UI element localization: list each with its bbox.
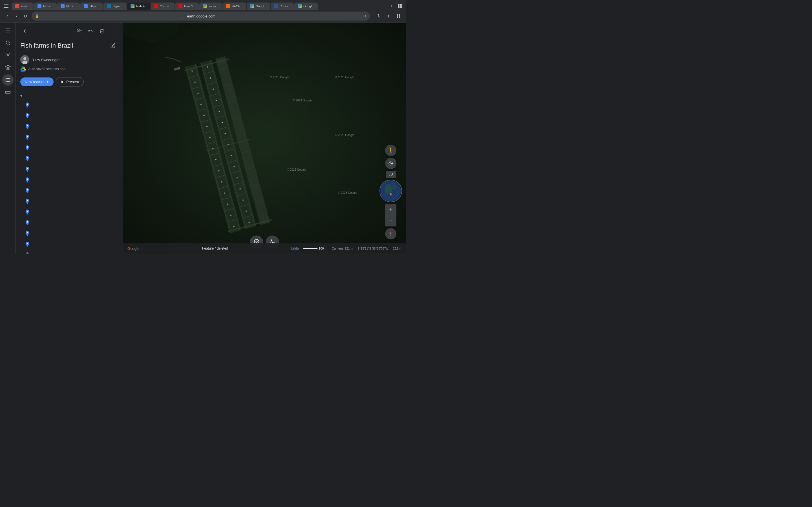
tab-favicon-hace	[226, 4, 230, 8]
collapse-arrow-icon: ▾	[20, 94, 22, 98]
tab-grid-button[interactable]	[396, 2, 404, 10]
layers-sidebar-button[interactable]	[2, 62, 13, 73]
browser-tab-super[interactable]: super...	[199, 3, 222, 10]
browser-tab-https3[interactable]: https:...	[80, 3, 103, 10]
placemark-icon	[25, 123, 30, 131]
pegman-button[interactable]: 🚶	[385, 145, 396, 156]
present-button[interactable]: Present	[56, 77, 84, 87]
svg-point-128	[390, 194, 391, 195]
feature-list-item[interactable]	[16, 229, 123, 239]
altitude-info: 252 m	[393, 247, 402, 250]
extensions-button[interactable]	[395, 12, 403, 20]
feature-list-item[interactable]	[16, 100, 123, 111]
placemark-icon	[25, 134, 30, 142]
feature-list-item[interactable]	[16, 175, 123, 186]
svg-point-120	[256, 241, 257, 242]
undo-status-button[interactable]: Undo	[291, 246, 299, 250]
tab-label-https3: https:...	[89, 4, 100, 8]
security-icon: 🔒	[35, 14, 39, 18]
browser-tab-youtube1[interactable]: YouTu...	[151, 3, 174, 10]
new-tab-button[interactable]: +	[388, 2, 395, 10]
placemark-icon	[25, 198, 30, 206]
settings-sidebar-button[interactable]	[2, 50, 13, 61]
camera-info: Camera: 921 m	[332, 247, 353, 250]
placemark-icon	[25, 252, 30, 253]
my-location-button[interactable]	[385, 158, 396, 169]
browser-chrome: ‹ › ↺ 🔒 earth.google.com ↺ +	[0, 10, 406, 22]
svg-point-122	[389, 162, 393, 165]
sidebar-toggle[interactable]	[2, 2, 10, 10]
browser-tab-cours[interactable]: Cours...	[271, 3, 294, 10]
reload-icon[interactable]: ↺	[363, 14, 366, 18]
dropdown-arrow-icon: ▼	[46, 80, 49, 83]
svg-rect-6	[400, 6, 402, 8]
share-button[interactable]	[374, 12, 382, 20]
edit-title-button[interactable]	[108, 41, 118, 51]
zoom-in-button[interactable]: +	[385, 204, 396, 215]
tab-favicon-google2	[298, 4, 302, 8]
projects-sidebar-button[interactable]	[2, 74, 13, 86]
browser-tab-newy[interactable]: New Y...	[175, 3, 199, 10]
feature-list-item[interactable]	[16, 239, 123, 250]
feature-list-item[interactable]	[16, 122, 123, 132]
placemark-icon	[25, 187, 30, 195]
browser-tab-signa[interactable]: Signa...	[103, 3, 126, 10]
browser-tab-error[interactable]: Error...	[12, 3, 34, 10]
measurements-sidebar-button[interactable]	[2, 87, 13, 98]
svg-rect-10	[399, 16, 400, 18]
more-options-button[interactable]	[108, 26, 118, 36]
feature-list-item[interactable]	[16, 218, 123, 229]
tab-favicon-youtube1	[154, 4, 158, 8]
browser-tab-google2[interactable]: Googl...	[294, 3, 318, 10]
add-collaborator-button[interactable]	[74, 26, 84, 36]
feature-list-item[interactable]	[16, 132, 123, 143]
svg-rect-14	[5, 92, 10, 94]
svg-point-31	[27, 189, 28, 191]
scale-text: 100 m	[319, 247, 327, 250]
back-panel-button[interactable]	[20, 26, 31, 36]
forward-browser-button[interactable]: ›	[12, 12, 20, 20]
address-bar[interactable]: 🔒 earth.google.com ↺	[32, 11, 370, 20]
svg-rect-9	[397, 16, 398, 18]
search-sidebar-button[interactable]	[2, 37, 13, 48]
tab-favicon-cours	[274, 4, 278, 8]
feature-list-item[interactable]	[16, 207, 123, 218]
delete-panel-button[interactable]	[97, 26, 107, 36]
feature-list-item[interactable]	[16, 143, 123, 154]
threed-button[interactable]: 3D	[386, 171, 396, 178]
back-browser-button[interactable]: ‹	[3, 12, 11, 20]
feature-list-item[interactable]	[16, 250, 123, 253]
feature-list-item[interactable]	[16, 154, 123, 165]
status-bar: Google Feature " deleted Undo 100 m Came…	[123, 243, 406, 253]
compass-button[interactable]	[385, 228, 396, 239]
undo-panel-button[interactable]	[86, 26, 96, 36]
tab-favicon-error	[15, 4, 19, 8]
map-area[interactable]: © 2023 Google © 2023 Google © 2023 Googl…	[123, 22, 406, 253]
browser-tab-https2[interactable]: https:...	[57, 3, 80, 10]
placemark-icon	[25, 241, 30, 248]
feature-list-item[interactable]	[16, 186, 123, 196]
feature-list-item[interactable]	[16, 111, 123, 122]
globe-minimap[interactable]	[379, 180, 402, 202]
svg-point-20	[23, 57, 26, 60]
coords-info: 9°13'21"S 38°17'35"W	[358, 247, 389, 250]
reload-browser-button[interactable]: ↺	[21, 12, 29, 20]
svg-point-29	[27, 168, 28, 169]
feature-list-item[interactable]	[16, 165, 123, 175]
feature-list-item[interactable]	[16, 196, 123, 207]
menu-icon-button[interactable]: ☰	[2, 25, 13, 36]
zoom-out-button[interactable]: −	[385, 215, 396, 226]
svg-point-32	[27, 200, 28, 202]
browser-tab-hace[interactable]: HACE...	[222, 3, 246, 10]
svg-rect-4	[400, 4, 402, 6]
svg-point-34	[27, 221, 28, 223]
browser-tab-google1[interactable]: Googl...	[247, 3, 270, 10]
tab-label-google2: Googl...	[303, 4, 314, 8]
browser-tab-fishf[interactable]: Fish F...	[127, 3, 151, 10]
placemark-icon	[25, 166, 30, 173]
new-tab-toolbar[interactable]: +	[385, 12, 393, 20]
new-feature-button[interactable]: New feature ▼	[20, 77, 54, 86]
browser-tab-https1[interactable]: https:...	[34, 3, 57, 10]
tab-label-newy: New Y...	[184, 4, 195, 8]
collapse-item[interactable]: ▾	[16, 93, 123, 99]
